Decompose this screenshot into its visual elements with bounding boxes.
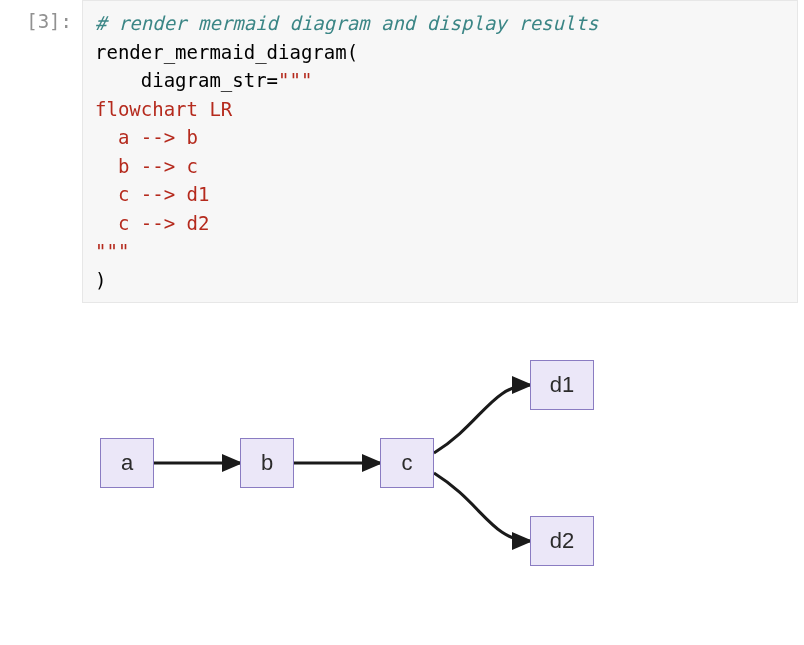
cell-output: a b c d1 d2 — [82, 333, 804, 593]
code-input[interactable]: # render mermaid diagram and display res… — [82, 0, 798, 303]
close-triple-quote: """ — [95, 240, 129, 262]
node-d1: d1 — [530, 360, 594, 410]
code-str-line: c --> d1 — [95, 183, 209, 205]
code-arg: diagram_str — [95, 69, 267, 91]
node-b: b — [240, 438, 294, 488]
close-paren: ) — [95, 269, 106, 291]
node-a: a — [100, 438, 154, 488]
edge-c-d1 — [434, 385, 530, 453]
code-str-line: c --> d2 — [95, 212, 209, 234]
node-c: c — [380, 438, 434, 488]
mermaid-diagram: a b c d1 d2 — [82, 333, 642, 593]
node-label: d1 — [550, 372, 574, 398]
code-func: render_mermaid_diagram( — [95, 41, 358, 63]
execution-prompt: [3]: — [0, 0, 82, 32]
notebook-cell: [3]: # render mermaid diagram and displa… — [0, 0, 804, 303]
node-label: d2 — [550, 528, 574, 554]
node-d2: d2 — [530, 516, 594, 566]
node-label: b — [261, 450, 273, 476]
node-label: a — [121, 450, 133, 476]
open-triple-quote: """ — [278, 69, 312, 91]
edge-c-d2 — [434, 473, 530, 541]
code-str-line: flowchart LR — [95, 98, 232, 120]
code-str-line: b --> c — [95, 155, 198, 177]
code-comment: # render mermaid diagram and display res… — [95, 12, 598, 34]
code-str-line: a --> b — [95, 126, 198, 148]
code-eq: = — [267, 69, 278, 91]
node-label: c — [402, 450, 413, 476]
